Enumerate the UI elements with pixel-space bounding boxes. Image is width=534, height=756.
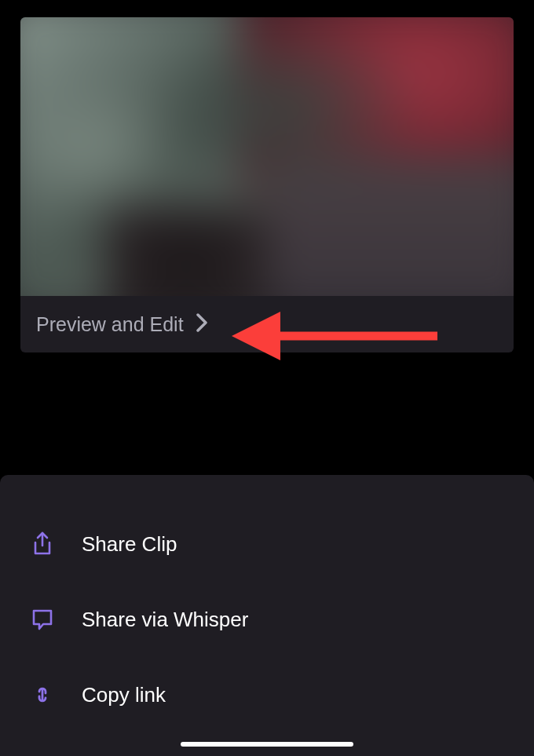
copy-link-label: Copy link: [82, 683, 166, 707]
whisper-icon: [30, 607, 55, 632]
chevron-right-icon: [195, 312, 209, 337]
blurred-video-preview: [20, 17, 514, 296]
home-indicator[interactable]: [181, 742, 353, 747]
share-whisper-button[interactable]: Share via Whisper: [0, 582, 534, 657]
clip-preview-card: Preview and Edit: [20, 17, 514, 352]
share-whisper-label: Share via Whisper: [82, 608, 248, 632]
share-clip-button[interactable]: Share Clip: [0, 506, 534, 582]
share-clip-label: Share Clip: [82, 532, 177, 557]
preview-edit-label: Preview and Edit: [36, 313, 184, 336]
share-bottom-sheet: Share Clip Share via Whisper Copy link: [0, 475, 534, 756]
share-icon: [30, 531, 55, 557]
copy-link-button[interactable]: Copy link: [0, 657, 534, 732]
link-icon: [30, 682, 55, 707]
clip-thumbnail: [20, 17, 514, 296]
preview-edit-button[interactable]: Preview and Edit: [20, 296, 514, 352]
